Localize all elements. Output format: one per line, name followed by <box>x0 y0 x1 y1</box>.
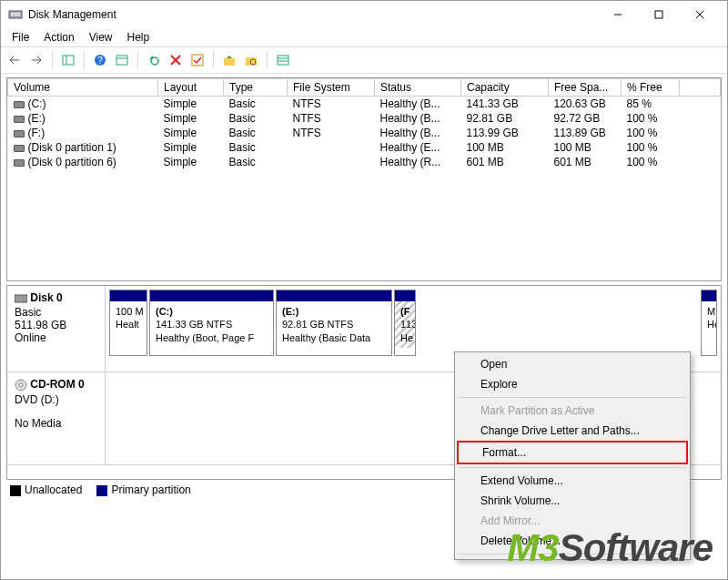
svg-rect-20 <box>278 56 288 65</box>
col-layout[interactable]: Layout <box>158 79 224 97</box>
col-freespace[interactable]: Free Spa... <box>549 79 622 97</box>
minimize-button[interactable] <box>597 1 638 28</box>
volume-icon <box>14 159 25 167</box>
partition-box[interactable]: 100 MHealt <box>109 290 147 356</box>
context-menu-item: Add Mirror... <box>457 511 688 531</box>
col-pctfree[interactable]: % Free <box>622 79 680 97</box>
disk-status: No Media <box>15 417 97 430</box>
svg-rect-2 <box>11 15 20 15</box>
list-view-icon[interactable] <box>273 50 293 70</box>
svg-rect-16 <box>192 55 203 66</box>
partition-box[interactable]: MBHealthy (R <box>701 290 717 356</box>
svg-rect-4 <box>655 11 662 18</box>
app-icon <box>8 7 23 22</box>
table-row[interactable]: (Disk 0 partition 1)SimpleBasicHealthy (… <box>8 140 721 155</box>
disk-icon <box>15 291 27 304</box>
show-hide-console-tree-button[interactable] <box>58 50 78 70</box>
swatch-unallocated <box>10 485 21 496</box>
disk-label: CD-ROM 0 DVD (D:) No Media <box>7 372 106 464</box>
context-menu-item[interactable]: Delete Volume... <box>457 531 688 551</box>
disk-type: DVD (D:) <box>15 393 97 406</box>
volume-icon <box>14 116 25 123</box>
svg-point-25 <box>19 383 23 387</box>
properties-button[interactable] <box>112 50 132 70</box>
partition-box[interactable]: (F113He <box>394 290 416 356</box>
menu-help[interactable]: Help <box>120 29 157 46</box>
disk-type: Basic <box>15 306 97 319</box>
delete-icon[interactable] <box>166 50 186 70</box>
check-icon[interactable] <box>187 50 207 70</box>
window-title: Disk Management <box>28 8 597 21</box>
maximize-button[interactable] <box>638 1 679 28</box>
menu-file[interactable]: File <box>5 29 36 46</box>
back-button[interactable] <box>5 50 25 70</box>
partition-box[interactable]: (E:)92.81 GB NTFSHealthy (Basic Data <box>276 290 392 356</box>
volume-list-pane: Volume Layout Type File System Status Ca… <box>6 77 722 281</box>
swatch-primary <box>96 485 107 496</box>
disk-size: 511.98 GB <box>15 319 97 331</box>
close-button[interactable] <box>679 1 720 28</box>
titlebar: Disk Management <box>1 1 727 28</box>
menu-view[interactable]: View <box>82 29 120 46</box>
context-menu-separator <box>459 467 686 468</box>
svg-rect-17 <box>224 58 235 66</box>
col-volume[interactable]: Volume <box>8 79 158 97</box>
legend-unallocated: Unallocated <box>25 483 82 496</box>
column-header-row: Volume Layout Type File System Status Ca… <box>8 79 721 97</box>
col-status[interactable]: Status <box>375 79 461 97</box>
menu-action[interactable]: Action <box>36 29 81 46</box>
context-menu-item[interactable]: Open <box>457 354 688 374</box>
help-button[interactable]: ? <box>90 50 110 70</box>
volume-icon <box>14 101 25 108</box>
col-filesystem[interactable]: File System <box>288 79 375 97</box>
col-type[interactable]: Type <box>224 79 288 97</box>
svg-rect-23 <box>15 295 27 302</box>
menu-bar: File Action View Help <box>1 28 727 46</box>
svg-text:?: ? <box>97 56 103 66</box>
context-menu-separator <box>459 397 686 398</box>
context-menu-item[interactable]: Change Drive Letter and Paths... <box>457 421 688 441</box>
refresh-button[interactable] <box>144 50 164 70</box>
partition-box[interactable]: (C:)141.33 GB NTFSHealthy (Boot, Page F <box>149 290 274 356</box>
context-menu-item[interactable]: Explore <box>457 374 688 394</box>
table-row[interactable]: (Disk 0 partition 6)SimpleBasicHealthy (… <box>8 155 721 169</box>
toolbar: ? <box>1 47 727 73</box>
disk-status: Online <box>15 331 97 344</box>
context-menu-item[interactable]: Shrink Volume... <box>457 491 688 511</box>
svg-rect-11 <box>116 56 127 65</box>
volume-icon <box>14 145 25 152</box>
volume-table: Volume Layout Type File System Status Ca… <box>7 78 721 169</box>
table-row[interactable]: (E:)SimpleBasicNTFSHealthy (B...92.81 GB… <box>8 111 721 126</box>
cdrom-icon <box>15 378 27 391</box>
folder-search-icon[interactable] <box>241 50 261 70</box>
context-menu-item[interactable]: Format... <box>457 441 688 464</box>
col-capacity[interactable]: Capacity <box>461 79 549 97</box>
svg-rect-7 <box>63 56 74 65</box>
disk-name: Disk 0 <box>30 291 62 304</box>
folder-up-icon[interactable] <box>219 50 239 70</box>
disk-label: Disk 0 Basic 511.98 GB Online <box>7 286 106 371</box>
table-row[interactable]: (C:)SimpleBasicNTFSHealthy (B...141.33 G… <box>8 97 721 112</box>
forward-button[interactable] <box>26 50 46 70</box>
context-menu-separator <box>459 554 686 555</box>
svg-rect-1 <box>11 13 20 14</box>
context-menu: OpenExploreMark Partition as ActiveChang… <box>454 351 691 560</box>
context-menu-item: Mark Partition as Active <box>457 401 688 421</box>
legend-primary: Primary partition <box>111 483 190 496</box>
context-menu-item[interactable]: Extend Volume... <box>457 471 688 491</box>
disk-name: CD-ROM 0 <box>30 378 84 391</box>
table-row[interactable]: (F:)SimpleBasicNTFSHealthy (B...113.99 G… <box>8 126 721 140</box>
volume-icon <box>14 130 25 137</box>
